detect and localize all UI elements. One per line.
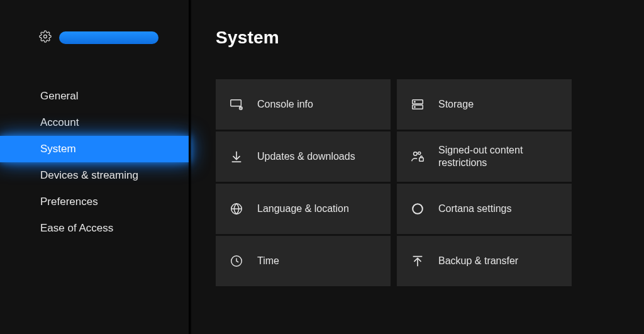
sidebar-item-label: Account [40,116,79,129]
tile-time[interactable]: Time [216,236,391,286]
sidebar-header [0,0,191,45]
sidebar-item-preferences[interactable]: Preferences [0,189,191,215]
clock-icon [230,254,243,268]
sidebar-nav: General Account System Devices & streami… [0,83,191,242]
sidebar-item-general[interactable]: General [0,83,191,109]
tile-label: Updates & downloads [257,150,367,163]
tile-label: Console info [257,98,325,111]
tile-grid: Console info Updates & downloads [216,79,619,286]
tile-column-left: Console info Updates & downloads [216,79,391,286]
svg-rect-11 [419,158,423,162]
tile-column-right: Storage Signed-out content restrictions [397,79,572,286]
tile-console-info[interactable]: Console info [216,79,391,130]
tile-label: Storage [438,98,485,111]
tile-label: Language & location [257,203,360,215]
globe-icon [230,202,243,216]
console-info-icon [230,97,243,111]
tile-label: Cortana settings [438,203,523,215]
tile-language-location[interactable]: Language & location [216,184,391,234]
sidebar-item-devices-streaming[interactable]: Devices & streaming [0,162,191,189]
svg-point-8 [414,106,415,107]
sidebar-item-label: General [40,90,78,103]
tile-label: Time [257,255,291,267]
sidebar: General Account System Devices & streami… [0,0,191,334]
download-icon [230,150,243,164]
sidebar-item-label: Preferences [40,196,98,208]
sidebar-item-label: Devices & streaming [40,169,138,182]
gear-icon [39,30,52,45]
svg-point-9 [414,152,418,156]
tile-cortana-settings[interactable]: Cortana settings [397,184,572,234]
svg-point-10 [418,152,421,154]
tile-storage[interactable]: Storage [397,79,572,130]
people-lock-icon [411,150,425,164]
header-search-pill[interactable] [59,31,158,44]
svg-rect-1 [231,100,242,106]
sidebar-item-ease-of-access[interactable]: Ease of Access [0,215,191,242]
tile-label: Signed-out content restrictions [438,144,572,169]
svg-point-7 [414,101,415,102]
tile-signed-out-restrictions[interactable]: Signed-out content restrictions [397,131,572,182]
storage-icon [411,97,425,111]
upload-icon [411,254,425,268]
sidebar-item-account[interactable]: Account [0,109,191,136]
sidebar-item-label: Ease of Access [40,222,113,235]
main-content: System Console info [191,0,644,334]
tile-backup-transfer[interactable]: Backup & transfer [397,236,572,286]
svg-point-0 [44,35,47,38]
page-title: System [216,28,619,48]
sidebar-item-label: System [40,143,76,155]
tile-updates-downloads[interactable]: Updates & downloads [216,131,391,182]
svg-point-12 [413,204,423,214]
cortana-icon [411,202,425,216]
sidebar-item-system[interactable]: System [0,136,191,162]
tile-label: Backup & transfer [438,255,530,267]
